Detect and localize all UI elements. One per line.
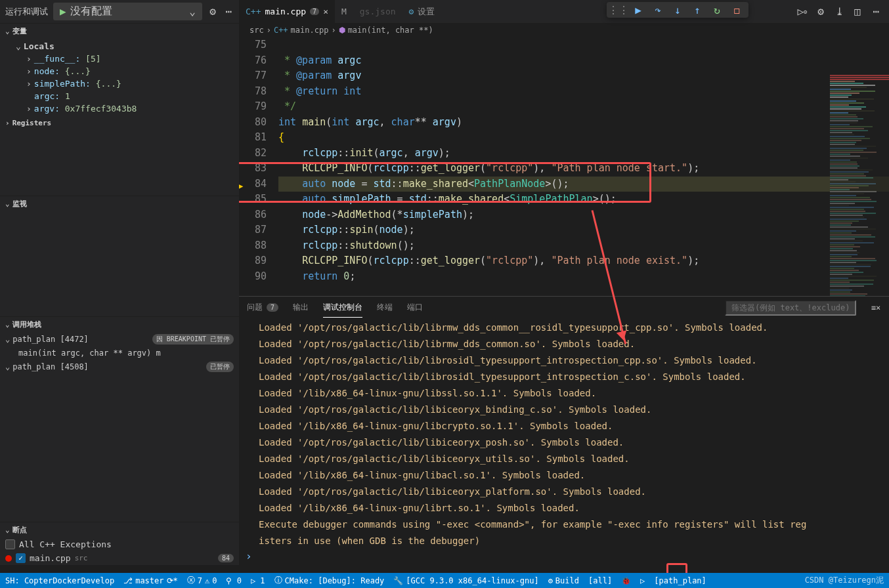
filter-settings-icon[interactable]: ≡×: [871, 303, 881, 313]
git-branch[interactable]: ⎇master⟳*: [123, 576, 178, 585]
config-name: 没有配置: [70, 5, 112, 18]
registers-group[interactable]: › Registers: [0, 116, 239, 130]
cmake-status[interactable]: ⓘ CMake: [Debug]: Ready: [274, 575, 385, 586]
filter-input[interactable]: [725, 300, 856, 316]
branch-icon: ⎇: [123, 576, 133, 585]
chevron-down-icon: ⌄: [189, 5, 196, 18]
callstack-row[interactable]: ⌄path_plan [4508]已暂停: [0, 360, 239, 374]
continue-icon[interactable]: ▶: [632, 5, 645, 15]
more-icon[interactable]: ⋯: [223, 7, 234, 17]
editor-tab[interactable]: C++main.cpp7×: [239, 0, 335, 23]
chevron-down-icon: ⌄: [5, 200, 10, 208]
locals-group[interactable]: ⌄Locals: [0, 40, 239, 52]
file-icon: ⚙: [409, 7, 414, 16]
variable-row[interactable]: ›simplePath: {...}: [0, 77, 239, 90]
watermark: CSDN @Teizuregn泥: [805, 575, 884, 586]
status-bar: SH: CopterDockerDevelop ⎇master⟳* ⓧ 7 ⚠ …: [0, 573, 889, 588]
gear-icon[interactable]: ⚙: [207, 7, 218, 17]
callstack-header[interactable]: ⌄ 调用堆栈: [0, 317, 239, 332]
debug-console[interactable]: Loaded '/opt/ros/galactic/lib/librmw_dds…: [239, 318, 889, 547]
sync-icon: ⟳*: [167, 576, 178, 585]
gear-icon[interactable]: ⚙: [815, 7, 826, 17]
run-debug-label: 运行和调试: [5, 6, 48, 18]
variables-header[interactable]: ⌄ 变量: [0, 24, 239, 39]
panel-tabs: 问题7输出调试控制台终端端口 ≡×: [239, 297, 889, 318]
chevron-down-icon: ⌄: [5, 320, 10, 329]
drag-handle-icon[interactable]: ⋮⋮: [612, 5, 625, 15]
breakpoints-header[interactable]: ⌄ 断点: [0, 522, 239, 537]
stop-icon[interactable]: ◻: [730, 5, 743, 15]
callstack-row[interactable]: ⌄path_plan [4472]因 BREAKPOINT 已暂停: [0, 332, 239, 346]
cmake-kit[interactable]: 🔧 [GCC 9.3.0 x86_64-linux-gnu]: [393, 576, 538, 585]
editor-tab[interactable]: gs.json: [353, 0, 402, 23]
more-icon[interactable]: ⋯: [871, 7, 881, 17]
editor[interactable]: 757677787980818283▶84858687888990 * @par…: [239, 37, 889, 296]
panel-tab[interactable]: 问题7: [247, 298, 278, 318]
live-icon[interactable]: ⚲ 0: [226, 576, 241, 585]
debug-launch-icon[interactable]: 🐞: [621, 576, 631, 585]
panel-tab[interactable]: 输出: [293, 298, 309, 318]
cmake-target[interactable]: [all]: [588, 576, 612, 585]
file-icon: C++: [246, 7, 261, 16]
restart-icon[interactable]: ↻: [710, 5, 724, 15]
panel-tab[interactable]: 调试控制台: [323, 298, 362, 318]
variable-row[interactable]: ›__func__: [5]: [0, 52, 239, 65]
play-icon: ▶: [60, 5, 66, 18]
launch-target[interactable]: [path_plan]: [654, 576, 706, 585]
chevron-down-icon: ⌄: [5, 27, 10, 35]
download-icon[interactable]: ⤓: [834, 7, 844, 17]
function-icon: ⬢: [339, 26, 345, 35]
panel-tab[interactable]: 端口: [407, 298, 423, 318]
problems-status[interactable]: ⓧ 7 ⚠ 0: [187, 575, 217, 586]
remote-status[interactable]: SH: CopterDockerDevelop: [5, 576, 114, 585]
variable-row[interactable]: ›node: {...}: [0, 65, 239, 77]
editor-tab[interactable]: M: [335, 0, 353, 23]
variable-row[interactable]: ›argv: 0x7ffecf3043b8: [0, 102, 239, 115]
debug-toolbar: ⋮⋮ ▶ ↷ ↓ ↑ ↻ ◻: [607, 2, 748, 18]
editor-tabs: C++main.cpp7×Mgs.json⚙设置 ▷⚙ ⚙ ⤓ ◫ ⋯: [239, 0, 889, 23]
close-icon[interactable]: ×: [323, 7, 328, 16]
run-launch-icon[interactable]: ▷: [640, 576, 645, 585]
run-debug-toolbar: 运行和调试 ▶ 没有配置 ⌄ ⚙ ⋯: [0, 0, 239, 23]
step-out-icon[interactable]: ↑: [691, 5, 704, 15]
debug-config-select[interactable]: ▶ 没有配置 ⌄: [53, 3, 202, 20]
console-prompt[interactable]: ›: [239, 547, 889, 565]
step-over-icon[interactable]: ↷: [651, 5, 664, 15]
debug-indicator[interactable]: ▷ 1: [251, 576, 265, 585]
editor-tab[interactable]: ⚙设置: [402, 0, 442, 23]
chevron-right-icon: ›: [5, 119, 10, 127]
run-icon[interactable]: ▷⚙: [797, 7, 808, 17]
annotation-box: [239, 162, 651, 203]
cpp-icon: C++: [274, 26, 288, 35]
watch-header[interactable]: ⌄ 监视: [0, 196, 239, 211]
split-icon[interactable]: ◫: [852, 7, 863, 17]
variable-row[interactable]: argc: 1: [0, 90, 239, 102]
minimap[interactable]: [830, 74, 889, 296]
panel-tab[interactable]: 终端: [377, 298, 393, 318]
breadcrumb[interactable]: src› C++ main.cpp› ⬢ main(int, char **): [239, 23, 889, 37]
breakpoint-row[interactable]: ✓main.cppsrc84: [0, 551, 239, 565]
cmake-build[interactable]: ⚙ Build: [548, 576, 579, 585]
callstack-row[interactable]: main(int argc, char ** argv) m: [0, 346, 239, 360]
breakpoint-row[interactable]: All C++ Exceptions: [0, 537, 239, 551]
step-into-icon[interactable]: ↓: [671, 5, 684, 15]
chevron-down-icon: ⌄: [5, 526, 10, 534]
